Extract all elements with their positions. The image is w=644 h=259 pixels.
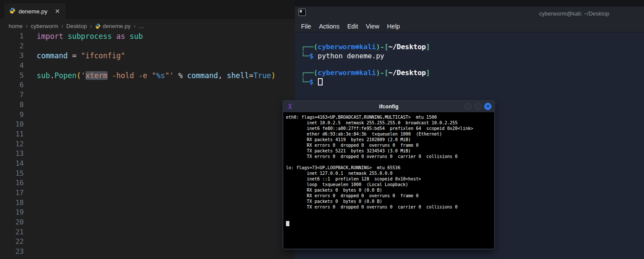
menu-edit[interactable]: Edit (347, 23, 358, 30)
menu-actions[interactable]: Actions (319, 23, 339, 30)
breadcrumb-separator: › (133, 22, 136, 29)
code-line-6[interactable]: 6 (0, 80, 295, 90)
code-text (24, 139, 37, 149)
code-line-4[interactable]: 4 (0, 61, 295, 71)
breadcrumb-item-cyberworm[interactable]: cyberworm (31, 23, 58, 29)
code-line-18[interactable]: 18 (0, 198, 295, 208)
prompt-block-2: ┌──(cyberworm⊛kali)-[~/Desktop] └─$ (301, 69, 644, 86)
breadcrumb-separator: › (90, 22, 92, 29)
code-text (24, 130, 37, 139)
line-number: 18 (0, 198, 24, 208)
line-number: 12 (0, 139, 24, 149)
xterm-titlebar[interactable]: X ifconfig ✕ (283, 101, 494, 112)
vscode-window: deneme.py ✕ home›cyberworm›Desktop›denem… (0, 0, 295, 259)
breadcrumb-item-deneme-py[interactable]: deneme.py (95, 23, 130, 29)
code-text: import subprocess as sub (24, 32, 143, 41)
close-button[interactable]: ✕ (484, 103, 492, 110)
line-number: 5 (0, 71, 24, 81)
code-text (24, 227, 37, 237)
breadcrumb-separator: › (26, 22, 28, 29)
line-number: 2 (0, 41, 24, 51)
code-text (24, 208, 37, 218)
terminal-icon (298, 9, 306, 16)
code-line-22[interactable]: 22 (0, 237, 295, 247)
maximize-button[interactable] (474, 103, 482, 110)
breadcrumb: home›cyberworm›Desktop›deneme.py›… (9, 21, 144, 31)
code-text (24, 237, 37, 247)
breadcrumb-label: Desktop (66, 23, 87, 29)
line-number: 6 (0, 80, 24, 90)
line-number: 4 (0, 61, 24, 71)
code-text (24, 188, 37, 198)
code-text (24, 247, 37, 257)
code-text (24, 80, 37, 90)
code-text (24, 100, 37, 110)
code-line-17[interactable]: 17 (0, 188, 295, 198)
code-line-5[interactable]: 5sub.Popen('xterm -hold -e "%s"' % comma… (0, 71, 295, 81)
code-line-14[interactable]: 14 (0, 159, 295, 169)
code-text (24, 41, 37, 51)
breadcrumb-separator: › (61, 22, 63, 29)
menu-file[interactable]: File (301, 23, 311, 30)
minimize-button[interactable] (464, 103, 472, 110)
qterminal-titlebar[interactable]: cyberworm@kali: ~/Desktop (295, 6, 644, 21)
tab-deneme-py[interactable]: deneme.py ✕ (4, 3, 67, 19)
breadcrumb-label: deneme.py (103, 23, 130, 29)
breadcrumb-item-desktop[interactable]: Desktop (66, 23, 87, 29)
line-number: 20 (0, 218, 24, 227)
breadcrumb-item-home[interactable]: home (9, 23, 23, 29)
python-icon (95, 23, 101, 29)
line-number: 1 (0, 32, 24, 41)
xterm-console[interactable]: eth0: flags=4163<UP,BROADCAST,RUNNING,MU… (283, 112, 494, 249)
code-line-3[interactable]: 3command = "ifconfig" (0, 51, 295, 61)
code-line-12[interactable]: 12 (0, 139, 295, 149)
line-number: 8 (0, 100, 24, 110)
menu-help[interactable]: Help (387, 23, 400, 30)
python-icon (9, 7, 16, 16)
menu-view[interactable]: View (366, 23, 379, 30)
line-number: 10 (0, 120, 24, 130)
line-number: 11 (0, 130, 24, 139)
code-text (24, 120, 37, 130)
code-editor[interactable]: 1import subprocess as sub23command = "if… (0, 32, 295, 257)
qterminal-title: cyberworm@kali: ~/Desktop (539, 10, 609, 17)
code-line-9[interactable]: 9 (0, 110, 295, 120)
code-line-7[interactable]: 7 (0, 90, 295, 100)
prompt-block-1: ┌──(cyberworm⊛kali)-[~/Desktop] └─$ pyth… (301, 43, 644, 60)
line-number: 3 (0, 51, 24, 61)
code-line-21[interactable]: 21 (0, 227, 295, 237)
code-line-20[interactable]: 20 (0, 218, 295, 227)
code-text: command = "ifconfig" (24, 51, 125, 61)
code-line-2[interactable]: 2 (0, 41, 295, 51)
code-text (24, 159, 37, 169)
code-text (24, 149, 37, 159)
code-text (24, 90, 37, 100)
code-line-10[interactable]: 10 (0, 120, 295, 130)
line-number: 15 (0, 169, 24, 179)
code-text (24, 198, 37, 208)
code-line-8[interactable]: 8 (0, 100, 295, 110)
line-number: 21 (0, 227, 24, 237)
line-number: 14 (0, 159, 24, 169)
code-line-13[interactable]: 13 (0, 149, 295, 159)
terminal-cursor (318, 78, 323, 85)
line-number: 16 (0, 178, 24, 188)
line-number: 23 (0, 247, 24, 257)
code-line-16[interactable]: 16 (0, 178, 295, 188)
code-text (24, 218, 37, 227)
code-line-11[interactable]: 11 (0, 130, 295, 139)
code-line-23[interactable]: 23 (0, 247, 295, 257)
breadcrumb-label: home (9, 23, 23, 29)
code-line-1[interactable]: 1import subprocess as sub (0, 32, 295, 41)
line-number: 9 (0, 110, 24, 120)
qterminal-menubar: FileActionsEditViewHelp (295, 21, 644, 32)
line-number: 17 (0, 188, 24, 198)
line-number: 22 (0, 237, 24, 247)
tab-label: deneme.py (19, 8, 48, 15)
code-text (24, 178, 37, 188)
breadcrumb-item--[interactable]: … (139, 23, 144, 29)
code-line-15[interactable]: 15 (0, 169, 295, 179)
code-line-19[interactable]: 19 (0, 208, 295, 218)
vscode-tab-bar: deneme.py ✕ (0, 0, 295, 19)
tab-close-icon[interactable]: ✕ (53, 7, 62, 16)
